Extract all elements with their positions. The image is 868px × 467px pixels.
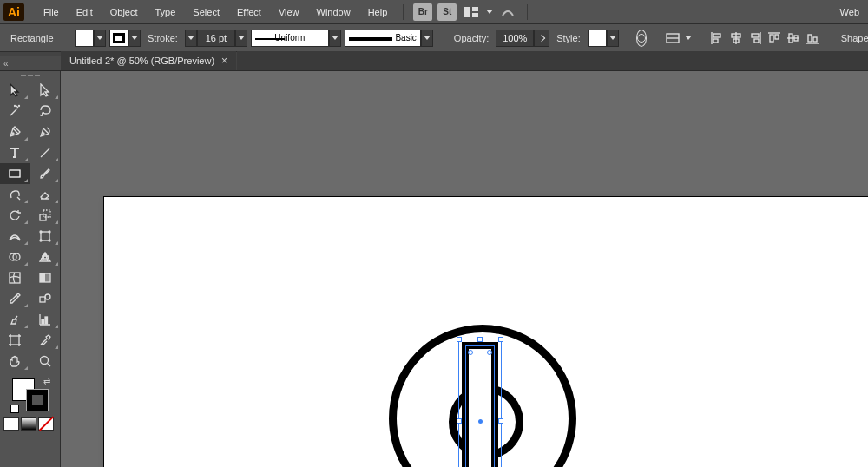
variable-width-profile-control[interactable]: Uniform	[251, 30, 341, 47]
svg-rect-15	[770, 35, 773, 42]
magic-wand-tool[interactable]	[0, 101, 30, 122]
shaper-tool[interactable]	[0, 184, 30, 205]
document-tab-row: Untitled-2* @ 50% (RGB/Preview) ×	[0, 52, 868, 71]
panel-collapse-handle[interactable]	[0, 56, 61, 70]
artwork-rectangle-selected[interactable]	[462, 342, 498, 467]
graphic-style-control[interactable]	[588, 30, 619, 47]
menu-window[interactable]: Window	[308, 0, 359, 24]
stroke-swatch-icon	[109, 30, 128, 47]
align-to-selection-icon[interactable]	[665, 30, 681, 47]
stroke-weight-control[interactable]: 16 pt	[185, 30, 247, 47]
lasso-tool[interactable]	[30, 101, 60, 122]
color-mode-gradient[interactable]	[21, 417, 36, 431]
document-tab-title: Untitled-2* @ 50% (RGB/Preview)	[69, 56, 214, 66]
type-tool[interactable]	[0, 142, 30, 163]
fill-color-control[interactable]	[75, 30, 106, 47]
svg-rect-44	[42, 319, 44, 324]
svg-rect-2	[472, 13, 478, 17]
stroke-weight-dropdown[interactable]	[235, 30, 247, 47]
svg-rect-16	[775, 35, 779, 39]
opacity-dropdown[interactable]	[534, 30, 549, 47]
divider	[527, 4, 528, 20]
stock-icon[interactable]: St	[437, 3, 457, 21]
stroke-color-control[interactable]	[109, 30, 141, 47]
free-transform-tool[interactable]	[30, 226, 60, 247]
column-graph-tool[interactable]	[30, 309, 60, 330]
arrange-documents-dropdown[interactable]	[483, 3, 496, 21]
tools-panel: ⇄	[0, 71, 61, 467]
color-mode-row	[0, 417, 60, 431]
stroke-profile-dropdown[interactable]	[329, 30, 341, 47]
hand-tool[interactable]	[0, 351, 30, 372]
align-top-icon[interactable]	[767, 30, 781, 47]
stroke-weight-value[interactable]: 16 pt	[197, 30, 235, 47]
align-bottom-icon[interactable]	[806, 30, 819, 47]
stroke-weight-stepper[interactable]	[185, 30, 197, 47]
opacity-control[interactable]: 100%	[496, 30, 549, 47]
align-vcenter-icon[interactable]	[786, 30, 800, 47]
menu-object[interactable]: Object	[102, 0, 147, 24]
menu-help[interactable]: Help	[359, 0, 397, 24]
stroke-swatch[interactable]	[26, 389, 49, 411]
canvas-area[interactable]	[61, 71, 868, 467]
menu-type[interactable]: Type	[147, 0, 185, 24]
pen-tool[interactable]	[0, 122, 30, 142]
menu-edit[interactable]: Edit	[68, 0, 102, 24]
fill-dropdown[interactable]	[94, 30, 106, 47]
slice-tool[interactable]	[30, 330, 60, 351]
swap-fill-stroke-icon[interactable]: ⇄	[43, 377, 50, 386]
perspective-grid-tool[interactable]	[30, 247, 60, 267]
stroke-label: Stroke:	[144, 33, 181, 43]
mesh-tool[interactable]	[0, 267, 30, 288]
menu-select[interactable]: Select	[184, 0, 228, 24]
align-to-dropdown[interactable]	[685, 30, 692, 47]
recolor-artwork-icon[interactable]	[636, 30, 647, 47]
shape-builder-tool[interactable]	[0, 247, 30, 267]
color-mode-none[interactable]	[38, 417, 54, 431]
svg-point-24	[19, 106, 20, 107]
rotate-tool[interactable]	[0, 205, 30, 226]
scale-tool[interactable]	[30, 205, 60, 226]
align-right-icon[interactable]	[748, 30, 762, 47]
brush-dropdown[interactable]	[421, 30, 433, 47]
gpu-preview-icon[interactable]	[498, 3, 517, 21]
app-logo-icon: Ai	[3, 3, 24, 21]
symbol-sprayer-tool[interactable]	[0, 309, 30, 330]
document-tab[interactable]: Untitled-2* @ 50% (RGB/Preview) ×	[61, 51, 236, 70]
rectangle-tool[interactable]	[0, 163, 30, 184]
curvature-tool[interactable]	[30, 122, 60, 142]
width-tool[interactable]	[0, 226, 30, 247]
svg-rect-1	[472, 7, 478, 11]
brush-definition-control[interactable]: Basic	[345, 30, 433, 47]
selection-tool[interactable]	[0, 80, 30, 101]
arrange-documents-icon[interactable]	[462, 3, 481, 21]
color-mode-solid[interactable]	[3, 417, 19, 431]
menu-effect[interactable]: Effect	[228, 0, 270, 24]
direct-selection-tool[interactable]	[30, 80, 60, 101]
zoom-tool[interactable]	[30, 351, 60, 372]
menu-view[interactable]: View	[270, 0, 308, 24]
fill-swatch-icon	[75, 30, 94, 47]
svg-rect-21	[808, 35, 812, 42]
close-tab-icon[interactable]: ×	[221, 55, 227, 67]
paintbrush-tool[interactable]	[30, 163, 60, 184]
artboard-tool[interactable]	[0, 330, 30, 351]
opacity-value[interactable]: 100%	[496, 30, 534, 47]
line-segment-tool[interactable]	[30, 142, 60, 163]
menu-file[interactable]: File	[35, 0, 68, 24]
eyedropper-tool[interactable]	[0, 288, 30, 309]
align-hcenter-icon[interactable]	[729, 30, 743, 47]
stroke-dropdown[interactable]	[128, 30, 141, 47]
panel-grip-icon[interactable]	[0, 75, 60, 78]
default-fill-stroke-icon[interactable]	[10, 405, 19, 413]
gradient-tool[interactable]	[30, 267, 60, 288]
align-left-icon[interactable]	[710, 30, 724, 47]
svg-line-48	[47, 364, 50, 367]
fill-stroke-control[interactable]: ⇄	[10, 377, 50, 413]
blend-tool[interactable]	[30, 288, 60, 309]
style-dropdown[interactable]	[607, 30, 619, 47]
bridge-icon[interactable]: Br	[413, 3, 432, 21]
eraser-tool[interactable]	[30, 184, 60, 205]
workspace-switcher[interactable]: Web	[832, 0, 865, 24]
svg-rect-7	[713, 39, 718, 43]
